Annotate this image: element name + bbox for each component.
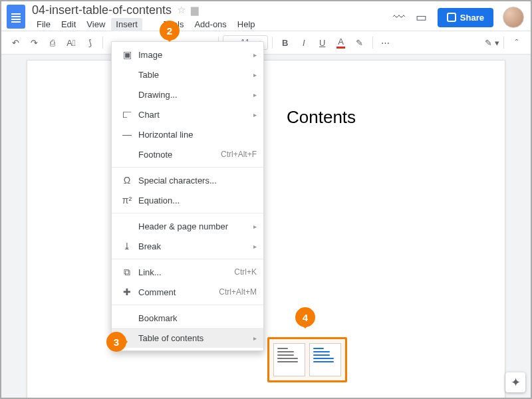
menu-insert[interactable]: Insert <box>111 18 142 31</box>
shortcut: Ctrl+Alt+F <box>221 150 257 159</box>
avatar[interactable] <box>503 7 524 28</box>
page-title: Contents <box>287 107 457 128</box>
thumb-line <box>313 351 330 352</box>
thumb-line <box>313 358 334 359</box>
thumb-line <box>277 358 298 359</box>
chevron-up-icon[interactable]: ˆ <box>508 34 525 51</box>
toc-option-with-links[interactable] <box>309 343 341 376</box>
image-icon: ▣ <box>120 49 134 60</box>
separator <box>102 37 103 49</box>
menu-item-label: Chart <box>138 110 253 120</box>
menu-item-label: Equation... <box>138 196 257 205</box>
shortcut: Ctrl+K <box>234 267 257 277</box>
chart-icon: ⫍ <box>120 109 134 120</box>
menu-edit[interactable]: Edit <box>57 18 80 31</box>
menu-addons[interactable]: Add-ons <box>190 18 231 31</box>
callout-4: 4 <box>295 307 315 327</box>
divider <box>112 259 263 259</box>
menu-item-table[interactable]: Table ▸ <box>112 65 263 84</box>
menu-item-bookmark[interactable]: Bookmark <box>112 308 263 328</box>
menu-item-label: Table <box>138 70 253 80</box>
menu-item-special-characters[interactable]: Ω Special characters... <box>112 170 263 190</box>
menu-item-label: Bookmark <box>138 313 257 323</box>
doc-title[interactable]: 04-insert-table-of-contents <box>32 3 172 17</box>
separator <box>503 37 504 49</box>
chevron-right-icon: ▸ <box>253 334 257 342</box>
break-icon: ⤓ <box>120 241 134 251</box>
menu-item-label: Table of contents <box>138 333 253 343</box>
underline-button[interactable]: U <box>314 34 331 51</box>
undo-button[interactable]: ↶ <box>7 34 24 51</box>
menu-item-label: Footnote <box>138 150 221 160</box>
chevron-right-icon: ▸ <box>253 91 257 98</box>
editing-mode-button[interactable]: ✎ ▾ <box>485 38 499 48</box>
thumb-line <box>313 361 334 362</box>
spellcheck-button[interactable]: Aͯ <box>63 34 80 51</box>
explore-button[interactable]: ✦ <box>505 372 525 392</box>
comments-icon[interactable]: ▭ <box>415 11 428 24</box>
pi-icon: π² <box>120 195 134 205</box>
bold-button[interactable]: B <box>277 34 294 51</box>
callout-3: 3 <box>106 332 126 352</box>
more-button[interactable]: ⋯ <box>377 34 394 51</box>
highlight-button[interactable]: ✎ <box>351 34 368 51</box>
trend-icon[interactable]: 〰 <box>392 11 406 24</box>
menu-help[interactable]: Help <box>233 18 260 31</box>
document-canvas: Contents <box>1 55 531 398</box>
menu-item-footnote[interactable]: Footnote Ctrl+Alt+F <box>112 144 263 164</box>
menu-item-table-of-contents[interactable]: Table of contents ▸ <box>112 328 263 348</box>
menu-item-label: Image <box>138 50 253 60</box>
divider <box>112 213 263 213</box>
print-button[interactable]: ⎙ <box>44 34 61 51</box>
menu-item-chart[interactable]: ⫍ Chart ▸ <box>112 104 263 124</box>
thumb-line <box>277 354 294 356</box>
share-button[interactable]: Share <box>438 8 493 27</box>
link-icon: ⧉ <box>120 267 134 278</box>
divider <box>112 305 263 305</box>
document-page[interactable]: Contents <box>27 60 505 399</box>
line-icon: — <box>120 129 134 140</box>
divider <box>112 167 263 168</box>
menu-item-break[interactable]: ⤓ Break ▸ <box>112 236 263 256</box>
share-label: Share <box>460 13 484 23</box>
chevron-right-icon: ▸ <box>253 223 257 230</box>
comment-icon: ✚ <box>120 287 134 297</box>
thumb-line <box>277 348 288 349</box>
menu-view[interactable]: View <box>82 18 110 31</box>
menu-item-label: Comment <box>138 287 219 297</box>
omega-icon: Ω <box>120 175 134 186</box>
toc-submenu <box>267 337 347 382</box>
menu-item-label: Drawing... <box>138 90 253 100</box>
italic-button[interactable]: I <box>295 34 313 51</box>
text-color-button[interactable]: A <box>332 34 350 51</box>
menu-item-header-page-number[interactable]: Header & page number ▸ <box>112 216 263 236</box>
paint-format-button[interactable]: ⟆ <box>81 34 98 51</box>
folder-icon[interactable]: ▆ <box>191 4 199 16</box>
toc-option-with-numbers[interactable] <box>273 343 305 376</box>
star-icon[interactable]: ☆ <box>177 4 186 16</box>
chevron-right-icon: ▸ <box>253 243 257 250</box>
chevron-right-icon: ▸ <box>253 71 257 78</box>
docs-logo[interactable] <box>7 5 25 29</box>
menu-item-drawing[interactable]: Drawing... ▸ <box>112 84 263 104</box>
redo-button[interactable]: ↷ <box>25 34 43 51</box>
menu-item-horizontal-line[interactable]: — Horizontal line <box>112 124 263 144</box>
menu-item-equation[interactable]: π² Equation... <box>112 190 263 210</box>
menu-file[interactable]: File <box>32 18 55 31</box>
thumb-line <box>313 348 324 349</box>
separator <box>372 37 373 49</box>
chevron-right-icon: ▸ <box>253 51 257 59</box>
menu-item-link[interactable]: ⧉ Link... Ctrl+K <box>112 262 263 282</box>
callout-2: 2 <box>160 21 180 41</box>
insert-menu-dropdown: ▣ Image ▸ Table ▸ Drawing... ▸ ⫍ Chart ▸… <box>111 41 264 351</box>
menu-item-comment[interactable]: ✚ Comment Ctrl+Alt+M <box>112 282 263 302</box>
menu-item-label: Horizontal line <box>138 130 257 140</box>
lock-icon <box>447 13 456 22</box>
menu-item-image[interactable]: ▣ Image ▸ <box>112 45 263 65</box>
shortcut: Ctrl+Alt+M <box>219 287 257 297</box>
thumb-line <box>277 361 298 362</box>
thumb-line <box>313 354 330 356</box>
menu-item-label: Link... <box>138 267 234 277</box>
menu-item-label: Header & page number <box>138 221 253 231</box>
menu-bar: File Edit View Insert _ Tools Add-ons He… <box>32 18 392 31</box>
